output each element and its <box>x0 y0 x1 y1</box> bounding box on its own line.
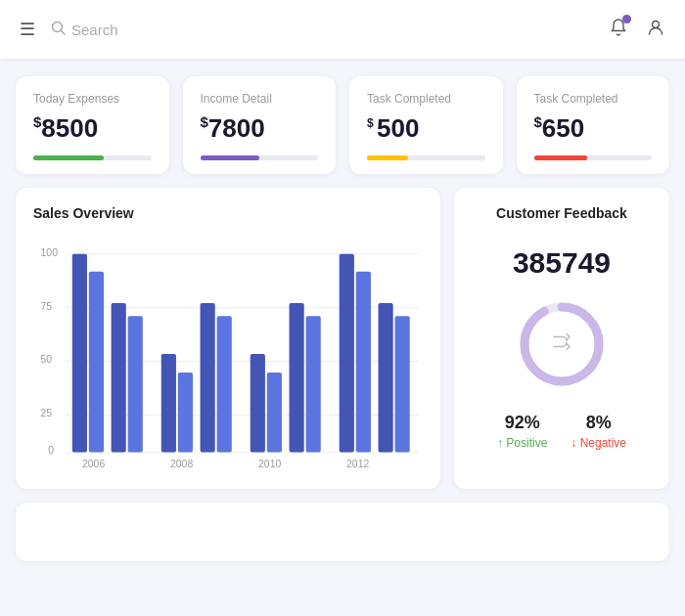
sales-overview-title: Sales Overview <box>33 205 423 221</box>
search-label: Search <box>71 22 118 38</box>
progress-bar-1 <box>201 155 319 160</box>
header-right <box>609 18 665 41</box>
bar <box>290 303 304 453</box>
svg-text:2006: 2006 <box>82 459 105 469</box>
metrics-row: Today Expenses $8500 Income Detail $7800… <box>0 59 685 188</box>
svg-text:2012: 2012 <box>346 459 369 469</box>
bar <box>201 303 215 453</box>
bar <box>267 373 282 452</box>
bar <box>112 303 126 453</box>
donut-chart <box>513 295 611 393</box>
metric-currency-3: $ <box>534 113 542 130</box>
metric-label-1: Income Detail <box>201 92 319 106</box>
feedback-stats: 92% ↑ Positive 8% ↓ Negative <box>472 413 652 450</box>
svg-text:25: 25 <box>41 408 53 418</box>
sales-overview-card: Sales Overview 100 75 50 25 0 2006 2008 … <box>16 188 440 489</box>
bar <box>217 316 232 452</box>
bar <box>356 272 371 453</box>
progress-bar-0 <box>33 155 152 160</box>
metric-value-2: $ 500 <box>367 113 485 144</box>
feedback-total: 385749 <box>513 246 611 280</box>
metric-value-1: $7800 <box>201 113 319 144</box>
metric-card-0: Today Expenses $8500 <box>16 76 169 174</box>
bar <box>340 254 354 453</box>
metric-value-3: $650 <box>534 113 653 144</box>
negative-pct: 8% <box>571 413 626 433</box>
metric-value-0: $8500 <box>33 113 152 144</box>
negative-stat: 8% ↓ Negative <box>571 413 626 450</box>
header: ☰ Search <box>0 0 685 59</box>
positive-label: ↑ Positive <box>497 436 547 450</box>
svg-line-1 <box>61 30 65 34</box>
svg-text:2010: 2010 <box>258 459 281 469</box>
progress-fill-1 <box>201 155 259 160</box>
progress-fill-0 <box>33 155 104 160</box>
svg-text:50: 50 <box>41 354 53 365</box>
user-avatar-icon[interactable] <box>646 18 665 41</box>
positive-pct: 92% <box>497 413 547 433</box>
feedback-title: Customer Feedback <box>472 205 652 221</box>
bar <box>379 303 393 453</box>
progress-bar-2 <box>367 155 485 160</box>
metric-card-3: Task Completed $650 <box>517 76 670 174</box>
metric-currency-2: $ <box>367 116 377 130</box>
arrow-up-icon: ↑ <box>497 436 503 450</box>
header-left: ☰ Search <box>20 19 118 40</box>
customer-feedback-card: Customer Feedback 385749 92% <box>454 188 669 489</box>
sales-chart: 100 75 50 25 0 2006 2008 2010 2012 <box>33 237 423 471</box>
search-icon <box>51 21 66 38</box>
progress-bar-3 <box>534 155 653 160</box>
bar <box>128 316 143 452</box>
user-icon <box>646 18 665 37</box>
svg-text:100: 100 <box>41 247 59 258</box>
bar <box>161 354 176 452</box>
bar <box>72 254 87 453</box>
svg-text:75: 75 <box>41 301 53 312</box>
progress-fill-3 <box>534 155 587 160</box>
metric-label-0: Today Expenses <box>33 92 152 106</box>
shuffle-icon <box>550 330 573 359</box>
metric-label-3: Task Completed <box>534 92 653 106</box>
bar <box>251 354 265 452</box>
svg-text:0: 0 <box>48 445 54 456</box>
metric-card-2: Task Completed $ 500 <box>349 76 503 174</box>
negative-label: ↓ Negative <box>571 436 626 450</box>
metric-card-1: Income Detail $7800 <box>183 76 337 174</box>
notification-button[interactable] <box>609 18 628 41</box>
arrow-down-icon: ↓ <box>571 436 576 450</box>
bottom-placeholder <box>16 503 669 561</box>
bar <box>178 373 193 452</box>
sales-chart-svg: 100 75 50 25 0 2006 2008 2010 2012 <box>33 237 423 471</box>
metric-label-2: Task Completed <box>367 92 485 106</box>
search-wrapper[interactable]: Search <box>51 21 118 38</box>
metric-currency-1: $ <box>201 113 208 130</box>
bar <box>306 316 321 452</box>
bottom-section: Sales Overview 100 75 50 25 0 2006 2008 … <box>0 188 685 503</box>
notification-badge <box>622 15 631 23</box>
svg-point-2 <box>653 22 660 28</box>
progress-fill-2 <box>367 155 408 160</box>
hamburger-icon[interactable]: ☰ <box>20 19 35 40</box>
bar <box>395 316 410 452</box>
svg-text:2008: 2008 <box>170 459 193 469</box>
bar <box>89 272 104 453</box>
positive-stat: 92% ↑ Positive <box>497 413 547 450</box>
